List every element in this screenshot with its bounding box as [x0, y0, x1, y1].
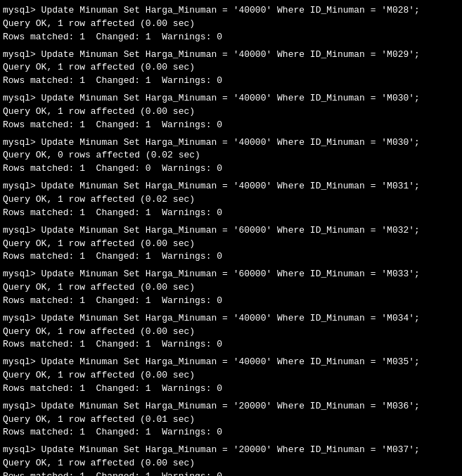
query-line: mysql> Update Minuman Set Harga_Minuman …	[3, 224, 459, 238]
result-line: Rows matched: 1 Changed: 1 Warnings: 0	[3, 426, 459, 439]
query-line: mysql> Update Minuman Set Harga_Minuman …	[3, 400, 459, 413]
ok-line: Query OK, 1 row affected (0.00 sec)	[3, 369, 459, 382]
result-line: Rows matched: 1 Changed: 1 Warnings: 0	[3, 470, 459, 476]
ok-line: Query OK, 1 row affected (0.00 sec)	[3, 238, 459, 251]
ok-line: Query OK, 1 row affected (0.00 sec)	[3, 105, 459, 119]
result-line: Rows matched: 1 Changed: 1 Warnings: 0	[3, 31, 459, 44]
result-line: Rows matched: 1 Changed: 1 Warnings: 0	[3, 250, 459, 264]
query-line: mysql> Update Minuman Set Harga_Minuman …	[3, 180, 459, 193]
ok-line: Query OK, 1 row affected (0.00 sec)	[3, 61, 459, 75]
result-line: Rows matched: 1 Changed: 1 Warnings: 0	[3, 119, 459, 132]
query-line: mysql> Update Minuman Set Harga_Minuman …	[3, 356, 459, 369]
ok-line: Query OK, 1 row affected (0.00 sec)	[3, 18, 459, 31]
result-line: Rows matched: 1 Changed: 1 Warnings: 0	[3, 207, 459, 220]
query-line: mysql> Update Minuman Set Harga_Minuman …	[3, 268, 459, 281]
result-line: Rows matched: 1 Changed: 1 Warnings: 0	[3, 295, 459, 308]
query-line: mysql> Update Minuman Set Harga_Minuman …	[3, 136, 459, 150]
result-line: Rows matched: 1 Changed: 1 Warnings: 0	[3, 382, 459, 396]
terminal-window: mysql> Update Minuman Set Harga_Minuman …	[0, 0, 462, 476]
ok-line: Query OK, 1 row affected (0.02 sec)	[3, 193, 459, 207]
ok-line: Query OK, 1 row affected (0.01 sec)	[3, 413, 459, 427]
query-line: mysql> Update Minuman Set Harga_Minuman …	[3, 312, 459, 326]
query-line: mysql> Update Minuman Set Harga_Minuman …	[3, 4, 459, 18]
query-line: mysql> Update Minuman Set Harga_Minuman …	[3, 444, 459, 457]
query-line: mysql> Update Minuman Set Harga_Minuman …	[3, 92, 459, 105]
ok-line: Query OK, 1 row affected (0.00 sec)	[3, 326, 459, 339]
result-line: Rows matched: 1 Changed: 1 Warnings: 0	[3, 75, 459, 88]
ok-line: Query OK, 1 row affected (0.00 sec)	[3, 457, 459, 470]
result-line: Rows matched: 1 Changed: 0 Warnings: 0	[3, 162, 459, 176]
ok-line: Query OK, 0 rows affected (0.02 sec)	[3, 149, 459, 162]
query-line: mysql> Update Minuman Set Harga_Minuman …	[3, 49, 459, 62]
result-line: Rows matched: 1 Changed: 1 Warnings: 0	[3, 338, 459, 352]
ok-line: Query OK, 1 row affected (0.00 sec)	[3, 281, 459, 295]
